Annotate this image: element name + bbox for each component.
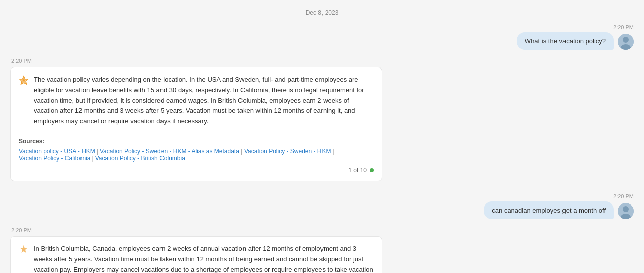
bot-message-row-2: 2:20 PM In British Columbia, Canada, emp… [0, 225, 644, 273]
chat-container: Dec 8, 2023 2:20 PM What is the vacation… [0, 0, 644, 273]
user-message-row-1: 2:20 PM What is the vacation policy? [0, 22, 644, 52]
date-label: Dec 8, 2023 [302, 9, 343, 16]
user-message-content-2: 2:20 PM can canadian employes get a mont… [484, 193, 634, 219]
sources-row-1: Vacation policy - USA - HKM | Vacation P… [19, 148, 374, 162]
bot-message-time-2: 2:20 PM [10, 227, 32, 233]
bot-message-time-1: 2:20 PM [10, 58, 32, 64]
pagination-text-1: 1 of 10 [348, 167, 367, 174]
avatar-2 [618, 203, 634, 219]
source-link-1-4[interactable]: Vacation Policy - California [19, 155, 91, 162]
user-message-row-2: 2:20 PM can canadian employes get a mont… [0, 191, 644, 221]
sources-section-1: Sources: Vacation policy - USA - HKM | V… [19, 132, 374, 174]
bot-icon-1 [19, 75, 29, 85]
sources-line-1-row2: Vacation Policy - California | Vacation … [19, 155, 374, 162]
bot-bubble-header-1: The vacation policy varies depending on … [19, 75, 374, 127]
bot-bubble-header-2: In British Columbia, Canada, employees e… [19, 244, 374, 273]
bot-text-1: The vacation policy varies depending on … [34, 75, 374, 127]
pagination-row-1: 1 of 10 [19, 167, 374, 174]
user-bubble-row-1: What is the vacation policy? [517, 32, 634, 50]
user-bubble-2: can canadian employes get a month off [484, 201, 614, 219]
bot-text-2: In British Columbia, Canada, employees e… [34, 244, 374, 273]
user-message-time-2: 2:20 PM [613, 193, 634, 199]
user-bubble-1: What is the vacation policy? [517, 32, 614, 50]
bot-bubble-2: In British Columbia, Canada, employees e… [10, 236, 382, 273]
svg-point-7 [623, 206, 629, 212]
bot-icon-2 [19, 244, 29, 254]
svg-marker-9 [20, 245, 27, 253]
sources-label-1: Sources: [19, 138, 374, 145]
avatar-1 [618, 34, 634, 50]
date-divider: Dec 8, 2023 [0, 9, 644, 16]
pagination-dot-1 [370, 168, 374, 172]
bot-bubble-1: The vacation policy varies depending on … [10, 67, 382, 181]
user-bubble-row-2: can canadian employes get a month off [484, 201, 634, 219]
sources-line-1-row1: Vacation policy - USA - HKM | Vacation P… [19, 148, 374, 155]
user-message-time-1: 2:20 PM [613, 24, 634, 30]
source-link-1-3[interactable]: Vacation Policy - Sweden - HKM [244, 148, 331, 155]
user-message-content-1: 2:20 PM What is the vacation policy? [517, 24, 634, 50]
source-link-1-1[interactable]: Vacation policy - USA - HKM [19, 148, 95, 155]
bot-message-row-1: 2:20 PM The vacation policy varies depen… [0, 56, 644, 183]
svg-point-1 [623, 37, 629, 43]
source-link-1-5[interactable]: Vacation Policy - British Columbia [95, 155, 185, 162]
source-link-1-2[interactable]: Vacation Policy - Sweden - HKM - Alias a… [100, 148, 239, 155]
